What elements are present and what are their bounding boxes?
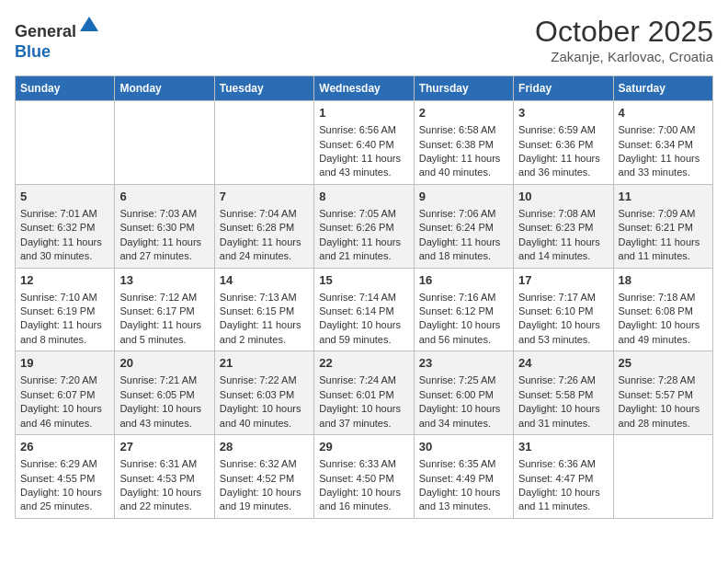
page-header: General Blue October 2025 Zakanje, Karlo…: [15, 15, 713, 64]
day-number: 19: [20, 355, 109, 372]
calendar-cell: 19Sunrise: 7:20 AMSunset: 6:07 PMDayligh…: [16, 351, 115, 435]
day-info: Sunrise: 7:03 AM: [119, 207, 209, 221]
day-info: Daylight: 11 hours and 14 minutes.: [518, 236, 608, 264]
day-number: 22: [319, 355, 408, 372]
calendar-cell: [115, 101, 214, 185]
day-info: Daylight: 10 hours and 56 minutes.: [419, 318, 508, 347]
day-info: Sunrise: 7:28 AM: [619, 373, 708, 387]
title-block: October 2025 Zakanje, Karlovac, Croatia: [535, 15, 713, 64]
calendar-body: 1Sunrise: 6:56 AMSunset: 6:40 PMDaylight…: [16, 101, 713, 519]
calendar-cell: 28Sunrise: 6:32 AMSunset: 4:52 PMDayligh…: [214, 435, 313, 519]
day-info: Sunset: 6:34 PM: [619, 138, 708, 152]
day-number: 15: [319, 272, 408, 289]
day-info: Sunrise: 6:56 AM: [319, 123, 408, 137]
page-subtitle: Zakanje, Karlovac, Croatia: [535, 49, 713, 64]
calendar-row: 19Sunrise: 7:20 AMSunset: 6:07 PMDayligh…: [16, 351, 713, 435]
day-info: Sunset: 6:03 PM: [220, 388, 309, 402]
header-cell-tuesday: Tuesday: [214, 76, 313, 101]
header-cell-saturday: Saturday: [613, 76, 712, 101]
day-info: Sunset: 4:53 PM: [119, 472, 209, 486]
calendar-row: 26Sunrise: 6:29 AMSunset: 4:55 PMDayligh…: [16, 435, 713, 519]
day-info: Sunset: 5:58 PM: [518, 388, 608, 402]
header-cell-friday: Friday: [514, 76, 613, 101]
day-info: Sunset: 6:17 PM: [119, 304, 209, 318]
day-info: Sunrise: 7:09 AM: [619, 207, 708, 221]
day-info: Sunrise: 7:06 AM: [419, 207, 508, 221]
calendar-cell: 22Sunrise: 7:24 AMSunset: 6:01 PMDayligh…: [314, 351, 414, 435]
day-info: Sunrise: 7:22 AM: [220, 373, 309, 387]
day-info: Sunrise: 7:00 AM: [619, 123, 708, 137]
calendar-cell: 3Sunrise: 6:59 AMSunset: 6:36 PMDaylight…: [514, 101, 613, 185]
day-info: Daylight: 10 hours and 11 minutes.: [518, 486, 608, 514]
logo: General Blue: [15, 15, 100, 62]
day-number: 16: [419, 272, 508, 289]
day-info: Sunset: 6:07 PM: [20, 388, 109, 402]
calendar-cell: [16, 101, 115, 185]
day-info: Sunrise: 7:01 AM: [20, 207, 109, 221]
day-info: Sunset: 4:55 PM: [20, 472, 109, 486]
day-number: 10: [518, 189, 608, 205]
calendar-cell: 26Sunrise: 6:29 AMSunset: 4:55 PMDayligh…: [16, 435, 115, 519]
day-info: Sunset: 6:10 PM: [518, 304, 608, 318]
day-info: Sunset: 4:52 PM: [220, 472, 309, 486]
day-info: Sunset: 6:00 PM: [419, 388, 508, 402]
day-number: 13: [119, 272, 209, 289]
day-info: Sunset: 6:08 PM: [619, 304, 708, 318]
day-info: Daylight: 11 hours and 5 minutes.: [119, 318, 209, 347]
day-number: 24: [518, 355, 608, 372]
day-info: Sunrise: 6:59 AM: [518, 123, 608, 137]
day-info: Sunrise: 7:04 AM: [220, 207, 309, 221]
day-info: Daylight: 10 hours and 22 minutes.: [119, 486, 209, 514]
calendar-cell: 9Sunrise: 7:06 AMSunset: 6:24 PMDaylight…: [414, 184, 513, 268]
page-title: October 2025: [535, 15, 713, 49]
calendar-cell: 7Sunrise: 7:04 AMSunset: 6:28 PMDaylight…: [214, 184, 313, 268]
header-cell-sunday: Sunday: [16, 76, 115, 101]
day-number: 2: [419, 105, 508, 121]
day-info: Sunrise: 7:26 AM: [518, 373, 608, 387]
calendar-cell: 1Sunrise: 6:56 AMSunset: 6:40 PMDaylight…: [314, 101, 414, 185]
day-number: 11: [619, 189, 708, 205]
day-number: 14: [220, 272, 309, 289]
day-info: Daylight: 11 hours and 2 minutes.: [220, 318, 309, 347]
calendar-cell: 14Sunrise: 7:13 AMSunset: 6:15 PMDayligh…: [214, 268, 313, 351]
svg-marker-0: [80, 17, 98, 31]
calendar-cell: 11Sunrise: 7:09 AMSunset: 6:21 PMDayligh…: [613, 184, 712, 268]
day-number: 29: [319, 439, 408, 455]
day-info: Daylight: 10 hours and 43 minutes.: [119, 402, 209, 431]
calendar-cell: 16Sunrise: 7:16 AMSunset: 6:12 PMDayligh…: [414, 268, 513, 351]
day-number: 8: [319, 189, 408, 205]
day-info: Sunset: 6:36 PM: [518, 138, 608, 152]
day-number: 31: [518, 439, 608, 455]
day-info: Sunset: 6:01 PM: [319, 388, 408, 402]
header-row: SundayMondayTuesdayWednesdayThursdayFrid…: [16, 76, 713, 101]
day-info: Daylight: 11 hours and 33 minutes.: [619, 152, 708, 180]
day-info: Daylight: 10 hours and 19 minutes.: [220, 486, 309, 514]
day-info: Sunrise: 7:14 AM: [319, 291, 408, 304]
day-info: Sunrise: 7:05 AM: [319, 207, 408, 221]
day-number: 5: [20, 189, 109, 205]
day-info: Daylight: 10 hours and 16 minutes.: [319, 486, 408, 514]
day-info: Daylight: 11 hours and 40 minutes.: [419, 152, 508, 180]
day-info: Sunset: 6:12 PM: [419, 304, 508, 318]
day-info: Sunset: 4:50 PM: [319, 472, 408, 486]
day-info: Sunrise: 7:17 AM: [518, 291, 608, 304]
day-info: Sunset: 6:21 PM: [619, 221, 708, 235]
calendar-row: 12Sunrise: 7:10 AMSunset: 6:19 PMDayligh…: [16, 268, 713, 351]
day-info: Daylight: 10 hours and 37 minutes.: [319, 402, 408, 431]
day-info: Sunrise: 6:32 AM: [220, 457, 309, 471]
day-info: Daylight: 10 hours and 40 minutes.: [220, 402, 309, 431]
calendar-table: SundayMondayTuesdayWednesdayThursdayFrid…: [15, 75, 713, 519]
calendar-row: 5Sunrise: 7:01 AMSunset: 6:32 PMDaylight…: [16, 184, 713, 268]
day-info: Sunset: 6:30 PM: [119, 221, 209, 235]
day-info: Sunset: 5:57 PM: [619, 388, 708, 402]
day-info: Sunset: 6:28 PM: [220, 221, 309, 235]
day-info: Sunset: 6:19 PM: [20, 304, 109, 318]
day-info: Sunrise: 7:16 AM: [419, 291, 508, 304]
day-number: 18: [619, 272, 708, 289]
day-info: Sunset: 6:14 PM: [319, 304, 408, 318]
day-info: Daylight: 10 hours and 34 minutes.: [419, 402, 508, 431]
day-number: 7: [220, 189, 309, 205]
day-info: Daylight: 11 hours and 8 minutes.: [20, 318, 109, 347]
day-number: 25: [619, 355, 708, 372]
day-number: 30: [419, 439, 508, 455]
